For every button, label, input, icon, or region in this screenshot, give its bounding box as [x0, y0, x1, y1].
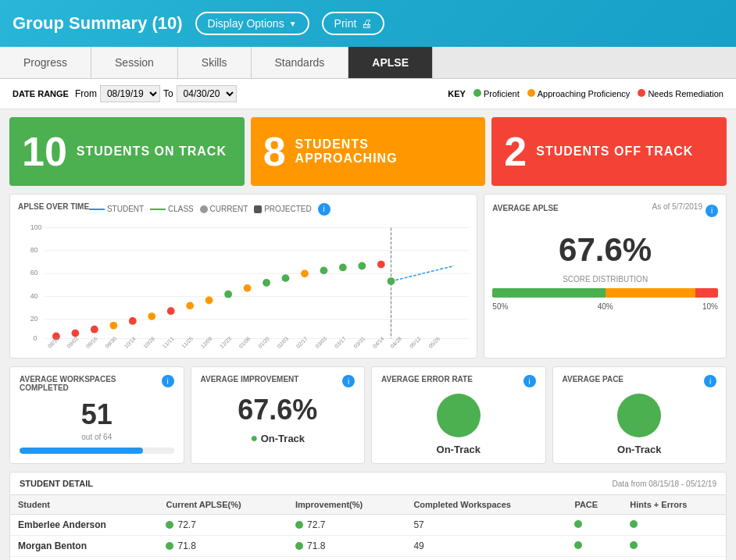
student-detail-title: STUDENT DETAIL [20, 479, 93, 488]
svg-point-15 [91, 326, 98, 334]
student-aplse: 71.8 [158, 536, 288, 557]
svg-point-18 [148, 312, 155, 320]
table-row: Emberlee Anderson 72.7 72.7 57 [10, 515, 726, 536]
approaching-text: STUDENTS APPROACHING [295, 137, 473, 166]
tab-progress[interactable]: Progress [0, 47, 91, 78]
dist-green [492, 288, 605, 298]
metric-error-title: AVERAGE ERROR RATE [381, 375, 473, 383]
to-date-select[interactable]: 04/30/20 [177, 85, 237, 102]
student-improvement: 82.1 [288, 557, 406, 561]
error-rate-circle [437, 394, 481, 437]
student-table: Student Current APLSE(%) Improvement(%) … [10, 495, 726, 560]
svg-text:09/16: 09/16 [85, 336, 98, 349]
score-distribution-bar [492, 288, 718, 298]
tab-standards[interactable]: Standards [252, 47, 349, 78]
dist-red [695, 288, 718, 298]
student-detail-panel: STUDENT DETAIL Data from 08/15/18 - 05/1… [9, 472, 727, 560]
aplse-chart-info-button[interactable]: i [318, 203, 330, 216]
svg-text:03/31: 03/31 [352, 336, 366, 349]
svg-point-27 [320, 266, 328, 274]
tab-bar: Progress Session Skills Standards APLSE [0, 47, 736, 79]
svg-text:01/06: 01/06 [238, 336, 251, 349]
student-improvement: 72.7 [288, 515, 406, 536]
main-content: 10 STUDENTS ON TRACK 8 STUDENTS APPROACH… [0, 109, 736, 560]
svg-text:12/23: 12/23 [219, 336, 232, 349]
avg-aplse-info-button[interactable]: i [706, 205, 718, 217]
from-date-select[interactable]: 08/19/19 [100, 85, 160, 102]
svg-text:05/26: 05/26 [427, 336, 441, 349]
table-row: Morgan Benton 71.8 71.8 49 [10, 536, 726, 557]
legend-class: CLASS [150, 205, 194, 213]
svg-text:40: 40 [30, 292, 38, 300]
improvement-value: 67.6% [201, 394, 355, 426]
student-hints [622, 557, 726, 561]
student-workspaces: 49 [406, 536, 566, 557]
aplse-over-time-title: APLSE OVER TIME [18, 202, 89, 211]
charts-row: APLSE OVER TIME STUDENT CLASS CURRENT [9, 194, 727, 358]
workspaces-sub: out of 64 [20, 433, 174, 441]
display-options-button[interactable]: Display Options ▼ [195, 12, 309, 35]
legend-current: CURRENT [200, 205, 248, 213]
tab-skills[interactable]: Skills [178, 47, 252, 78]
svg-text:02/17: 02/17 [295, 336, 309, 349]
aplse-chart-svg: 100 80 60 40 20 0 [18, 219, 469, 348]
approaching-number: 8 [263, 131, 286, 172]
student-hints [622, 515, 726, 536]
workspaces-info-button[interactable]: i [162, 375, 174, 387]
svg-text:10/28: 10/28 [142, 336, 155, 349]
svg-text:11/11: 11/11 [162, 336, 175, 349]
improvement-dot-icon: ● [250, 431, 258, 444]
svg-text:01/20: 01/20 [257, 336, 270, 349]
pace-info-button[interactable]: i [704, 375, 716, 387]
svg-text:0: 0 [34, 334, 38, 342]
metric-workspaces: AVERAGE WORKSPACES COMPLETED i 51 out of… [9, 366, 184, 464]
metric-improvement: AVERAGE IMPROVEMENT i 67.6% ● On-Track [191, 366, 366, 464]
svg-text:11/25: 11/25 [180, 336, 194, 349]
student-workspaces: 57 [406, 515, 566, 536]
svg-text:60: 60 [30, 269, 38, 276]
student-name: Morgan Benton [10, 536, 158, 557]
avg-aplse-value: 67.6% [492, 231, 718, 269]
table-row: Jasmine Cadena 82.1 82.1 59 [10, 557, 726, 561]
workspaces-progress-bar [20, 448, 174, 454]
svg-point-20 [186, 301, 194, 309]
key-label: KEY [448, 89, 466, 98]
student-name: Jasmine Cadena [10, 557, 158, 561]
metric-improvement-title: AVERAGE IMPROVEMENT [201, 375, 299, 383]
workspaces-value: 51 [20, 398, 174, 431]
off-track-text: STUDENTS OFF TRACK [536, 144, 693, 159]
tab-session[interactable]: Session [91, 47, 178, 78]
metric-workspaces-title: AVERAGE WORKSPACES COMPLETED [20, 375, 137, 392]
svg-text:03/17: 03/17 [334, 336, 347, 349]
svg-point-16 [109, 322, 117, 330]
student-aplse: 72.7 [158, 515, 288, 536]
workspaces-bar-fill [20, 448, 143, 454]
on-track-text: STUDENTS ON TRACK [77, 144, 227, 159]
date-range-label: DATE RANGE [13, 89, 69, 98]
data-range-note: Data from 08/15/18 - 05/12/19 [613, 480, 716, 488]
print-button[interactable]: Print 🖨 [322, 12, 385, 35]
svg-point-24 [263, 279, 270, 287]
svg-point-29 [358, 262, 366, 270]
improvement-status: On-Track [261, 433, 305, 444]
metric-pace-title: AVERAGE PACE [563, 375, 624, 383]
student-pace [566, 536, 622, 557]
svg-text:02/03: 02/03 [276, 336, 289, 349]
error-rate-status: On-Track [381, 444, 536, 455]
col-student: Student [10, 495, 158, 515]
average-aplse-panel: AVERAGE APLSE As of 5/7/2019 i 67.6% SCO… [484, 194, 727, 358]
svg-point-31 [388, 277, 395, 285]
table-header-row: Student Current APLSE(%) Improvement(%) … [10, 495, 726, 515]
student-detail-header: STUDENT DETAIL Data from 08/15/18 - 05/1… [10, 473, 726, 495]
summary-boxes: 10 STUDENTS ON TRACK 8 STUDENTS APPROACH… [9, 117, 727, 186]
avg-aplse-date: As of 5/7/2019 [652, 202, 703, 211]
error-info-button[interactable]: i [523, 375, 536, 387]
tab-aplse[interactable]: APLSE [348, 47, 433, 78]
metrics-row: AVERAGE WORKSPACES COMPLETED i 51 out of… [9, 366, 727, 464]
svg-text:100: 100 [30, 223, 42, 231]
improvement-info-button[interactable]: i [342, 375, 355, 387]
header: Group Summary (10) Display Options ▼ Pri… [0, 0, 736, 47]
svg-text:04/28: 04/28 [389, 336, 402, 349]
pace-circle [617, 394, 661, 437]
svg-text:04/14: 04/14 [372, 336, 385, 349]
